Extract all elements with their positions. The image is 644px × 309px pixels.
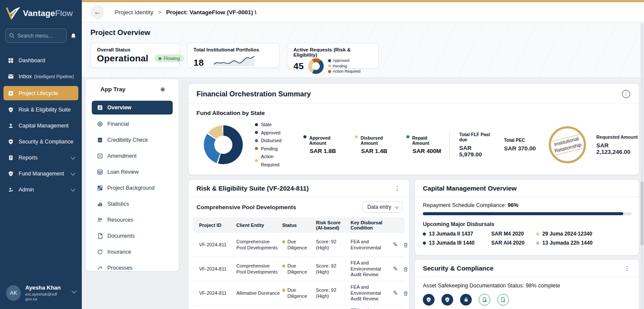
sidebar-search — [5, 29, 67, 43]
legend-dot-action-required — [255, 159, 258, 162]
tray-item-financial[interactable]: Financial — [92, 118, 173, 131]
scrollbar-thumb[interactable] — [641, 182, 644, 245]
tray-item-statistics[interactable]: Statistics — [92, 198, 173, 210]
shield-gear-icon — [8, 139, 14, 145]
sidebar-item-inbox[interactable]: Inbox (Intelligent Pipeline) — [3, 70, 78, 83]
progress-fill — [423, 212, 623, 215]
breadcrumb-section[interactable]: Project Identity — [115, 9, 153, 16]
tray-item-insurance[interactable]: Insurance — [92, 245, 173, 258]
delete-icon[interactable] — [403, 242, 409, 248]
overview-icon — [97, 105, 103, 111]
chevron-down-icon[interactable] — [71, 171, 75, 175]
scrollbar[interactable] — [641, 22, 644, 309]
amendment-icon — [97, 153, 103, 159]
dashboard-icon — [8, 57, 14, 64]
fund-shield-icon — [8, 171, 14, 177]
metric-approved-amount: Approved Amount SAR 1.8B — [303, 135, 340, 154]
shield-check-badge-icon — [423, 294, 435, 306]
table-row: FEA and — [193, 306, 405, 309]
capital-management-card: Capital Management Overview Repayment Sc… — [415, 179, 639, 255]
app-window: VantageFlow Dashboard Inbox (Intelligent… — [0, 0, 644, 309]
resources-icon — [97, 217, 103, 223]
inbox-icon — [8, 73, 14, 80]
table-row: VF-2024-811 Comprehensive Pool Developme… — [193, 233, 405, 257]
shield-check-icon — [8, 107, 14, 113]
sidebar: VantageFlow Dashboard Inbox (Intelligent… — [0, 0, 82, 309]
financial-summary-card: Financial Orchestration Summary ⋮ Fund A… — [188, 83, 639, 175]
kpi-active-requests: Active Requests (Risk & Eligibility) 45 … — [287, 43, 379, 69]
tray-item-resources[interactable]: Resources — [92, 213, 173, 226]
requests-legend: Approved Pending Action Required — [328, 58, 361, 74]
brand-primary: Vantage — [23, 9, 55, 18]
document-check-badge-icon — [497, 294, 509, 306]
app-tray-title: App Tray — [100, 86, 126, 92]
chevron-down-icon[interactable] — [71, 187, 75, 191]
kebab-menu-icon[interactable]: ⋮ — [622, 265, 632, 272]
institutional-relationship-stamp: Institutional Relationship — [549, 126, 586, 163]
statistics-icon — [97, 201, 103, 207]
tray-item-project-background[interactable]: Project Background — [92, 182, 173, 194]
security-compliance-card: Security & Compliance ⋮ Asset Safekeepin… — [415, 259, 639, 309]
sidebar-item-fund-management[interactable]: Fund Management — [3, 167, 78, 180]
lock-badge-icon — [460, 294, 472, 306]
tray-item-processes[interactable]: Processes — [92, 261, 173, 274]
legend-dot-approved — [255, 131, 258, 134]
bullet-dot — [536, 242, 539, 245]
chevron-down-icon[interactable] — [72, 288, 77, 293]
delete-icon[interactable] — [403, 266, 409, 272]
legend-dot-approved — [328, 59, 331, 62]
financial-icon — [97, 121, 103, 127]
user-profile[interactable]: AK Ayesha Khan ext.ayeshak@edf gov.sa — [0, 281, 82, 305]
breadcrumb: Project Identity > Project: VantageFlow … — [115, 9, 256, 16]
bullet-dot — [423, 242, 426, 245]
bullet-dot — [536, 233, 539, 236]
avatar: AK — [6, 285, 21, 301]
sidebar-item-capital-management[interactable]: Capital Management — [3, 119, 78, 132]
capital-management-icon — [8, 123, 14, 129]
edit-icon[interactable]: ✎ — [393, 242, 398, 248]
topbar: ← Project Identity > Project: VantageFlo… — [82, 2, 644, 22]
tray-item-documents[interactable]: Documents — [92, 229, 173, 242]
kpi-total-portfolios: Total Institutional Portfolios 18 — [187, 43, 280, 68]
tray-item-amendment[interactable]: Amendment — [92, 150, 173, 162]
overall-status-value: Operational — [97, 53, 148, 64]
disbursals-title: Upcoming Major Disbursals — [423, 221, 639, 227]
risk-suite-title: Risk & Eligibility Suite (VF-2024-811) — [196, 185, 309, 192]
status-dot — [282, 240, 285, 243]
sidebar-item-dashboard[interactable]: Dashboard — [3, 54, 78, 67]
sidebar-item-admin[interactable]: Admin — [3, 183, 78, 196]
back-button[interactable]: ← — [90, 5, 104, 19]
legend-dot-pending — [328, 64, 331, 67]
brand-secondary: Flow — [55, 9, 73, 18]
kpi-overall-status: Overall Status Operational Flowing — [90, 43, 180, 68]
search-input[interactable] — [17, 33, 63, 39]
main-content: Project Overview Overall Status Operatio… — [82, 22, 644, 309]
gear-icon[interactable] — [160, 86, 166, 92]
bell-icon[interactable] — [70, 32, 77, 39]
admin-icon — [8, 187, 14, 193]
search-icon — [9, 33, 15, 38]
delete-icon[interactable] — [403, 290, 409, 296]
edit-icon[interactable]: ✎ — [393, 266, 398, 272]
tray-item-loan-review[interactable]: Loan Review — [92, 166, 173, 178]
risk-suite-subtitle: Comprehensive Pool Developments — [196, 204, 296, 210]
sidebar-nav: Dashboard Inbox (Intelligent Pipeline) P… — [0, 54, 82, 196]
sidebar-item-project-lifecycle[interactable]: Project Lifecycle — [3, 86, 78, 100]
shield-check-badge-icon — [441, 294, 453, 306]
brand-logo: VantageFlow — [0, 0, 82, 26]
data-entry-dropdown[interactable]: Data entry — [362, 201, 403, 213]
chevron-down-icon[interactable] — [71, 155, 75, 159]
vantageflow-logo-icon — [5, 7, 20, 20]
sidebar-item-risk-eligibility[interactable]: Risk & Eligibility Suite — [3, 103, 78, 116]
app-tray: App Tray Overview Financial Credibility … — [85, 79, 179, 271]
portfolios-value: 18 — [193, 57, 204, 68]
security-title: Security & Compliance — [423, 264, 493, 272]
kebab-menu-icon[interactable]: ⋮ — [393, 185, 402, 192]
edit-icon[interactable]: ✎ — [393, 290, 398, 296]
tray-item-credibility-check[interactable]: Credibility Check — [92, 134, 173, 147]
sidebar-item-reports[interactable]: Reports — [3, 151, 78, 164]
tray-item-overview[interactable]: Overview — [92, 101, 173, 115]
sidebar-item-security-compliance[interactable]: Security & Compliance — [3, 135, 78, 148]
metric-disbursed-amount: Disbursed Amount SAR 1.4B — [355, 135, 392, 154]
kebab-menu-icon[interactable]: ⋮ — [622, 90, 630, 98]
